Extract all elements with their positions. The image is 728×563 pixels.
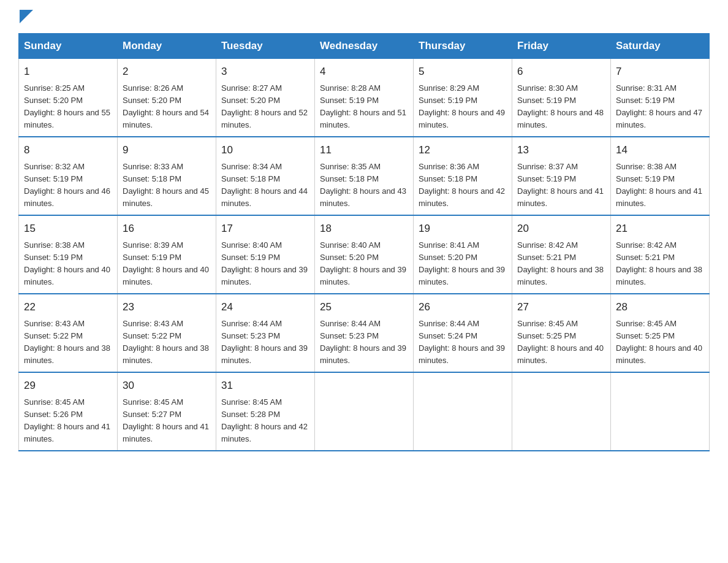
header-tuesday: Tuesday (216, 34, 315, 59)
day-number: 19 (419, 221, 507, 237)
day-info: Sunrise: 8:27 AMSunset: 5:20 PMDaylight:… (221, 83, 308, 129)
day-number: 5 (419, 64, 507, 80)
calendar-cell: 5 Sunrise: 8:29 AMSunset: 5:19 PMDayligh… (414, 59, 512, 137)
day-info: Sunrise: 8:44 AMSunset: 5:23 PMDaylight:… (221, 319, 308, 365)
day-info: Sunrise: 8:45 AMSunset: 5:27 PMDaylight:… (123, 397, 209, 443)
day-info: Sunrise: 8:45 AMSunset: 5:26 PMDaylight:… (24, 397, 110, 443)
day-info: Sunrise: 8:41 AMSunset: 5:20 PMDaylight:… (419, 240, 505, 286)
day-number: 3 (221, 64, 309, 80)
calendar-cell (512, 372, 611, 451)
calendar-cell: 23 Sunrise: 8:43 AMSunset: 5:22 PMDaylig… (118, 294, 216, 372)
day-number: 20 (517, 221, 605, 237)
calendar-cell: 7 Sunrise: 8:31 AMSunset: 5:19 PMDayligh… (611, 59, 710, 137)
day-number: 9 (123, 142, 211, 158)
day-info: Sunrise: 8:36 AMSunset: 5:18 PMDaylight:… (419, 162, 505, 208)
calendar-cell: 4 Sunrise: 8:28 AMSunset: 5:19 PMDayligh… (315, 59, 414, 137)
day-info: Sunrise: 8:43 AMSunset: 5:22 PMDaylight:… (24, 319, 110, 365)
calendar-cell: 9 Sunrise: 8:33 AMSunset: 5:18 PMDayligh… (118, 137, 216, 215)
day-info: Sunrise: 8:26 AMSunset: 5:20 PMDaylight:… (123, 83, 209, 129)
calendar-cell: 24 Sunrise: 8:44 AMSunset: 5:23 PMDaylig… (216, 294, 315, 372)
calendar-cell: 1 Sunrise: 8:25 AMSunset: 5:20 PMDayligh… (19, 59, 118, 137)
calendar-cell: 14 Sunrise: 8:38 AMSunset: 5:19 PMDaylig… (611, 137, 710, 215)
day-info: Sunrise: 8:29 AMSunset: 5:19 PMDaylight:… (419, 83, 505, 129)
day-info: Sunrise: 8:31 AMSunset: 5:19 PMDaylight:… (616, 83, 702, 129)
header-monday: Monday (118, 34, 216, 59)
day-info: Sunrise: 8:42 AMSunset: 5:21 PMDaylight:… (517, 240, 604, 286)
day-info: Sunrise: 8:32 AMSunset: 5:19 PMDaylight:… (24, 162, 110, 208)
calendar-cell: 19 Sunrise: 8:41 AMSunset: 5:20 PMDaylig… (414, 215, 512, 294)
calendar-cell (414, 372, 512, 451)
header-thursday: Thursday (414, 34, 512, 59)
calendar-cell: 18 Sunrise: 8:40 AMSunset: 5:20 PMDaylig… (315, 215, 414, 294)
calendar-cell: 31 Sunrise: 8:45 AMSunset: 5:28 PMDaylig… (216, 372, 315, 451)
week-row-3: 15 Sunrise: 8:38 AMSunset: 5:19 PMDaylig… (19, 215, 710, 294)
calendar-cell: 13 Sunrise: 8:37 AMSunset: 5:19 PMDaylig… (512, 137, 611, 215)
calendar-cell: 26 Sunrise: 8:44 AMSunset: 5:24 PMDaylig… (414, 294, 512, 372)
day-number: 8 (24, 142, 112, 158)
day-number: 15 (24, 221, 112, 237)
calendar-cell: 6 Sunrise: 8:30 AMSunset: 5:19 PMDayligh… (512, 59, 611, 137)
week-row-5: 29 Sunrise: 8:45 AMSunset: 5:26 PMDaylig… (19, 372, 710, 451)
calendar-cell: 30 Sunrise: 8:45 AMSunset: 5:27 PMDaylig… (118, 372, 216, 451)
svg-marker-0 (20, 10, 33, 23)
day-info: Sunrise: 8:39 AMSunset: 5:19 PMDaylight:… (123, 240, 209, 286)
day-number: 4 (320, 64, 408, 80)
calendar-cell (315, 372, 414, 451)
calendar-cell: 10 Sunrise: 8:34 AMSunset: 5:18 PMDaylig… (216, 137, 315, 215)
calendar-table: SundayMondayTuesdayWednesdayThursdayFrid… (18, 33, 710, 451)
day-info: Sunrise: 8:45 AMSunset: 5:28 PMDaylight:… (221, 397, 308, 443)
calendar-cell: 2 Sunrise: 8:26 AMSunset: 5:20 PMDayligh… (118, 59, 216, 137)
day-number: 11 (320, 142, 408, 158)
day-number: 18 (320, 221, 408, 237)
calendar-cell: 16 Sunrise: 8:39 AMSunset: 5:19 PMDaylig… (118, 215, 216, 294)
day-number: 13 (517, 142, 605, 158)
day-number: 21 (616, 221, 704, 237)
day-info: Sunrise: 8:42 AMSunset: 5:21 PMDaylight:… (616, 240, 702, 286)
header-saturday: Saturday (611, 34, 710, 59)
week-row-4: 22 Sunrise: 8:43 AMSunset: 5:22 PMDaylig… (19, 294, 710, 372)
day-number: 25 (320, 299, 408, 315)
day-number: 24 (221, 299, 309, 315)
day-info: Sunrise: 8:34 AMSunset: 5:18 PMDaylight:… (221, 162, 308, 208)
day-number: 12 (419, 142, 507, 158)
day-number: 1 (24, 64, 112, 80)
day-info: Sunrise: 8:35 AMSunset: 5:18 PMDaylight:… (320, 162, 406, 208)
logo (18, 12, 33, 23)
calendar-cell: 12 Sunrise: 8:36 AMSunset: 5:18 PMDaylig… (414, 137, 512, 215)
calendar-cell: 29 Sunrise: 8:45 AMSunset: 5:26 PMDaylig… (19, 372, 118, 451)
day-number: 17 (221, 221, 309, 237)
day-number: 10 (221, 142, 309, 158)
header-sunday: Sunday (19, 34, 118, 59)
day-number: 27 (517, 299, 605, 315)
week-row-1: 1 Sunrise: 8:25 AMSunset: 5:20 PMDayligh… (19, 59, 710, 137)
day-number: 26 (419, 299, 507, 315)
day-info: Sunrise: 8:45 AMSunset: 5:25 PMDaylight:… (616, 319, 702, 365)
day-info: Sunrise: 8:38 AMSunset: 5:19 PMDaylight:… (616, 162, 702, 208)
calendar-cell: 17 Sunrise: 8:40 AMSunset: 5:19 PMDaylig… (216, 215, 315, 294)
day-number: 30 (123, 378, 211, 394)
page-header (18, 12, 710, 23)
day-info: Sunrise: 8:25 AMSunset: 5:20 PMDaylight:… (24, 83, 110, 129)
day-info: Sunrise: 8:28 AMSunset: 5:19 PMDaylight:… (320, 83, 406, 129)
day-number: 16 (123, 221, 211, 237)
header-wednesday: Wednesday (315, 34, 414, 59)
calendar-cell: 8 Sunrise: 8:32 AMSunset: 5:19 PMDayligh… (19, 137, 118, 215)
day-number: 14 (616, 142, 704, 158)
day-number: 22 (24, 299, 112, 315)
calendar-cell: 25 Sunrise: 8:44 AMSunset: 5:23 PMDaylig… (315, 294, 414, 372)
day-info: Sunrise: 8:30 AMSunset: 5:19 PMDaylight:… (517, 83, 604, 129)
logo-icon (20, 10, 33, 23)
week-row-2: 8 Sunrise: 8:32 AMSunset: 5:19 PMDayligh… (19, 137, 710, 215)
calendar-header-row: SundayMondayTuesdayWednesdayThursdayFrid… (19, 34, 710, 59)
day-info: Sunrise: 8:40 AMSunset: 5:19 PMDaylight:… (221, 240, 308, 286)
calendar-cell: 20 Sunrise: 8:42 AMSunset: 5:21 PMDaylig… (512, 215, 611, 294)
calendar-cell: 3 Sunrise: 8:27 AMSunset: 5:20 PMDayligh… (216, 59, 315, 137)
day-info: Sunrise: 8:44 AMSunset: 5:24 PMDaylight:… (419, 319, 505, 365)
day-number: 7 (616, 64, 704, 80)
calendar-cell: 15 Sunrise: 8:38 AMSunset: 5:19 PMDaylig… (19, 215, 118, 294)
day-info: Sunrise: 8:44 AMSunset: 5:23 PMDaylight:… (320, 319, 406, 365)
calendar-cell: 22 Sunrise: 8:43 AMSunset: 5:22 PMDaylig… (19, 294, 118, 372)
day-info: Sunrise: 8:45 AMSunset: 5:25 PMDaylight:… (517, 319, 604, 365)
day-info: Sunrise: 8:37 AMSunset: 5:19 PMDaylight:… (517, 162, 604, 208)
day-info: Sunrise: 8:33 AMSunset: 5:18 PMDaylight:… (123, 162, 209, 208)
